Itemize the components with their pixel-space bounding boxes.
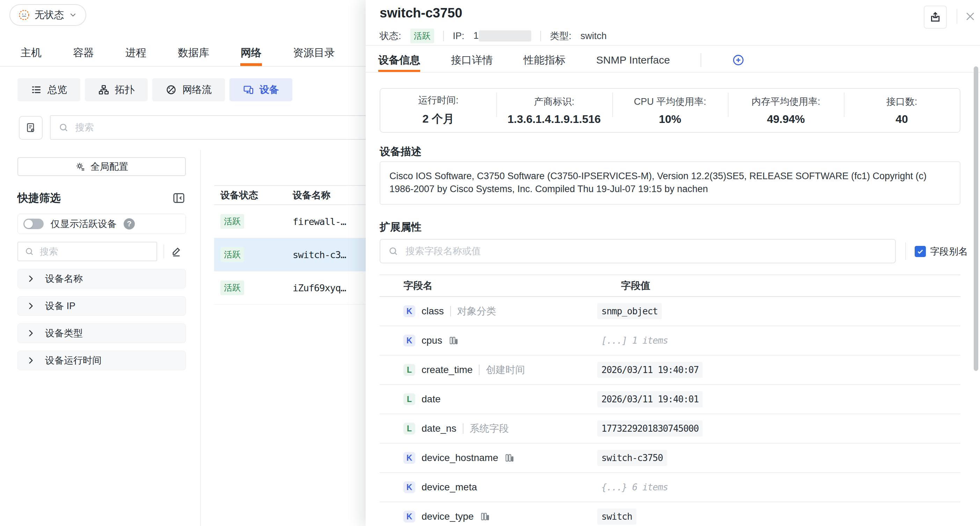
alias-checkbox-row[interactable]: 字段别名: [915, 245, 968, 258]
active-only-toggle[interactable]: [24, 219, 44, 229]
field-name: device_meta: [422, 482, 477, 493]
drawer-tab-label: 性能指标: [523, 53, 565, 67]
main-nav-tab-label: 主机: [21, 47, 41, 58]
main-nav-tab[interactable]: 容器: [73, 46, 94, 60]
status-pill[interactable]: 无状态: [10, 4, 86, 26]
attribute-row: K device_hostname switch-c3750: [380, 443, 961, 473]
stat-label: 接口数:: [844, 95, 960, 108]
field-value: [...] 1 items: [597, 332, 672, 348]
alias-checkbox-label: 字段别名: [930, 245, 968, 258]
columns-icon[interactable]: [504, 453, 514, 463]
view-tab[interactable]: 拓扑: [85, 78, 148, 101]
main-nav-tab-label: 容器: [73, 47, 94, 58]
device-name: firewall-…: [293, 216, 346, 227]
field-value: 2026/03/11 19:40:01: [597, 391, 703, 407]
stat-cell: CPU 平均使用率: 10%: [612, 95, 728, 126]
panel-collapse-icon[interactable]: [172, 191, 186, 205]
divider: [366, 72, 980, 73]
field-name: device_type: [422, 511, 474, 522]
field-type-badge: K: [403, 481, 415, 493]
drawer-tab[interactable]: 性能指标: [523, 49, 565, 71]
drawer-title: switch-c3750: [380, 6, 462, 21]
main-nav-tab[interactable]: 资源目录: [293, 46, 335, 60]
main-nav-tab[interactable]: 网络: [241, 46, 262, 60]
gear-icon: [75, 161, 86, 172]
circle-plus-icon[interactable]: [732, 54, 745, 66]
columns-icon[interactable]: [480, 512, 490, 521]
type-value: switch: [581, 31, 607, 41]
view-tab[interactable]: 总览: [18, 78, 80, 101]
filter-group-item[interactable]: 设备类型: [18, 323, 186, 343]
topology-icon: [98, 84, 109, 95]
chevron-down-icon: [69, 11, 77, 19]
device-status-badge: 活跃: [220, 214, 244, 229]
doc-clock-icon: [25, 122, 36, 133]
main-nav-tab[interactable]: 进程: [126, 46, 146, 60]
field-name: class: [422, 306, 444, 317]
pencil-icon[interactable]: [170, 246, 182, 257]
stat-value: 10%: [612, 113, 728, 126]
col-device-name: 设备名称: [286, 189, 366, 202]
field-alias: 对象分类: [457, 305, 496, 318]
field-value: switch-c3750: [597, 450, 667, 466]
smiley-icon: [19, 10, 30, 21]
stat-cell: 运行时间: 2 个月: [380, 94, 496, 127]
attribute-row: L date_ns 系统字段 1773229201830745000: [380, 414, 961, 443]
chevron-right-icon: [26, 274, 35, 283]
ip-label: IP:: [453, 31, 465, 41]
attribute-row: K cpus [...] 1 items: [380, 326, 961, 356]
export-icon: [929, 11, 941, 23]
main-nav-tab[interactable]: 数据库: [178, 46, 209, 60]
network-flow-icon: [165, 84, 177, 95]
drawer-tab[interactable]: 接口详情: [451, 49, 493, 71]
field-type-badge: K: [403, 335, 415, 346]
view-tab[interactable]: 网络流: [152, 78, 225, 101]
checkbox-checked-icon[interactable]: [915, 246, 926, 257]
attribute-search-input[interactable]: [405, 246, 888, 257]
saved-views-button[interactable]: [19, 116, 43, 140]
chevron-right-icon: [26, 302, 35, 310]
attribute-row: L date 2026/03/11 19:40:01: [380, 385, 961, 414]
field-name: date_ns: [422, 423, 457, 434]
chevron-right-icon: [26, 356, 35, 365]
global-config-button[interactable]: 全局配置: [18, 157, 186, 176]
device-table-row[interactable]: 活跃 firewall-…: [214, 205, 366, 238]
stat-label: CPU 平均使用率:: [612, 95, 728, 108]
divider: [443, 31, 444, 41]
main-nav-tab-label: 网络: [241, 47, 262, 58]
device-detail-drawer: switch-c3750 状态: 活跃 IP: 1 类型: switch: [366, 0, 980, 526]
main-nav-tab[interactable]: 主机: [21, 46, 41, 60]
filter-search-input[interactable]: [39, 246, 150, 257]
help-circle-icon[interactable]: ?: [124, 218, 135, 229]
field-value: {...} 6 items: [597, 479, 672, 495]
stat-cell: 产商标识: 1.3.6.1.4.1.9.1.516: [496, 95, 612, 126]
field-alias: 系统字段: [470, 422, 509, 435]
filter-group-item[interactable]: 设备运行时间: [18, 351, 186, 370]
filter-group-item[interactable]: 设备名称: [18, 269, 186, 289]
stat-cell: 内存平均使用率: 49.94%: [728, 95, 844, 126]
divider: [366, 45, 980, 46]
active-only-box: 仅显示活跃设备 ?: [18, 214, 186, 234]
divider: [956, 9, 957, 24]
main-nav-tab-label: 进程: [126, 47, 146, 58]
filter-search: [18, 242, 157, 261]
device-table-row[interactable]: 活跃 switch-c3…: [214, 238, 366, 272]
ip-value: 1: [474, 30, 531, 42]
main-nav-tab-label: 资源目录: [293, 47, 335, 58]
close-icon[interactable]: [964, 10, 977, 23]
filter-group-item[interactable]: 设备 IP: [18, 296, 186, 316]
drawer-tab[interactable]: 设备信息: [378, 49, 420, 71]
field-type-badge: L: [403, 364, 415, 376]
vertical-scrollbar[interactable]: [974, 66, 978, 371]
stat-value: 40: [844, 113, 960, 126]
export-button[interactable]: [924, 6, 947, 29]
view-tab[interactable]: 设备: [229, 78, 292, 101]
field-name: date: [422, 394, 441, 405]
field-name: device_hostname: [422, 452, 498, 464]
device-search: [50, 115, 369, 140]
device-search-input[interactable]: [75, 122, 360, 133]
device-table-row[interactable]: 活跃 iZuf69xyq…: [214, 272, 366, 305]
drawer-tab[interactable]: SNMP Interface: [596, 49, 670, 71]
columns-icon[interactable]: [449, 336, 458, 345]
attribute-row: K device_type switch: [380, 502, 961, 526]
